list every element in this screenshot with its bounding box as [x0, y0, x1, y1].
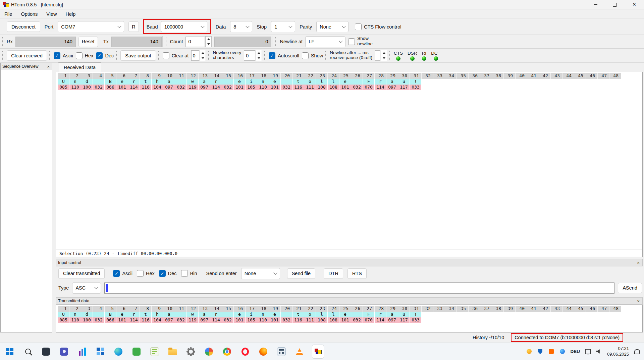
grid-ascii-cell[interactable] [93, 312, 105, 317]
grid-ascii-cell[interactable] [469, 79, 480, 85]
grid-dec-cell[interactable] [480, 317, 492, 323]
grid-ascii-cell[interactable]: F [363, 312, 375, 317]
grid-ascii-cell[interactable] [480, 312, 492, 317]
count-input[interactable]: 0 [185, 37, 205, 47]
tray-app-icon-3[interactable] [559, 349, 565, 355]
send-input-field[interactable] [104, 282, 614, 294]
grid-ascii-cell[interactable]: e [234, 79, 246, 85]
newline-after-input[interactable] [375, 50, 380, 61]
grid-ascii-cell[interactable]: n [257, 312, 269, 317]
grid-ascii-cell[interactable]: r [128, 79, 140, 85]
close-icon[interactable]: × [46, 64, 50, 69]
grid-ascii-cell[interactable]: r [375, 79, 386, 85]
grid-ascii-cell[interactable] [351, 312, 363, 317]
toolbar-grip[interactable] [2, 37, 4, 46]
grid-ascii-cell[interactable] [562, 79, 574, 85]
grid-ascii-cell[interactable] [551, 79, 562, 85]
grid-ascii-cell[interactable] [281, 79, 292, 85]
input-hex-checkbox[interactable] [137, 270, 144, 277]
grid-dec-cell[interactable]: 119 [187, 85, 199, 90]
grid-dec-cell[interactable]: 032 [93, 317, 105, 323]
grid-ascii-cell[interactable]: B [105, 79, 116, 85]
taskbar-notepad[interactable] [149, 345, 160, 358]
grid-dec-cell[interactable] [527, 85, 539, 90]
grid-ascii-cell[interactable] [457, 79, 469, 85]
grid-dec-cell[interactable] [551, 317, 562, 323]
grid-dec-cell[interactable] [445, 317, 457, 323]
grid-dec-cell[interactable]: 116 [292, 317, 304, 323]
toolbar-grip[interactable] [275, 37, 277, 46]
grid-ascii-cell[interactable] [492, 312, 504, 317]
grid-ascii-cell[interactable] [516, 312, 527, 317]
grid-dec-cell[interactable]: 070 [363, 85, 375, 90]
clear-at-spinner[interactable] [200, 50, 206, 61]
grid-ascii-cell[interactable]: w [187, 79, 199, 85]
grid-dec-cell[interactable]: 100 [81, 317, 93, 323]
grid-ascii-cell[interactable]: r [375, 312, 386, 317]
grid-ascii-cell[interactable]: r [210, 79, 222, 85]
grid-dec-cell[interactable]: 101 [339, 317, 351, 323]
grid-dec-cell[interactable]: 114 [375, 317, 386, 323]
grid-dec-cell[interactable]: 101 [234, 317, 246, 323]
toolbar-grip[interactable] [389, 51, 391, 60]
grid-dec-cell[interactable] [445, 85, 457, 90]
grid-dec-cell[interactable]: 033 [410, 85, 422, 90]
grid-ascii-cell[interactable]: a [163, 79, 175, 85]
grid-dec-cell[interactable]: 097 [386, 85, 398, 90]
grid-dec-cell[interactable]: 032 [93, 85, 105, 90]
grid-ascii-cell[interactable] [175, 312, 187, 317]
grid-ascii-cell[interactable] [222, 79, 234, 85]
grid-dec-cell[interactable]: 032 [175, 317, 187, 323]
grid-ascii-cell[interactable]: B [105, 312, 116, 317]
notification-bell-icon[interactable] [634, 349, 640, 355]
dec-checkbox[interactable] [96, 52, 103, 59]
display-tray-icon[interactable] [585, 349, 591, 355]
disconnect-button[interactable]: Disconnect [7, 21, 40, 32]
grid-dec-cell[interactable]: 032 [175, 85, 187, 90]
grid-ascii-cell[interactable] [93, 79, 105, 85]
grid-dec-cell[interactable] [433, 85, 445, 90]
hex-checkbox[interactable] [76, 52, 83, 59]
grid-dec-cell[interactable]: 114 [210, 317, 222, 323]
grid-ascii-cell[interactable]: t [140, 312, 152, 317]
grid-ascii-cell[interactable]: h [152, 312, 163, 317]
grid-dec-cell[interactable]: 101 [339, 85, 351, 90]
taskbar-app-1[interactable] [40, 345, 52, 358]
toolbar-grip[interactable] [208, 51, 210, 60]
taskbar-edge[interactable] [113, 345, 124, 358]
grid-dec-cell[interactable] [469, 317, 480, 323]
grid-dec-cell[interactable] [562, 317, 574, 323]
tray-app-icon-2[interactable] [548, 349, 554, 355]
grid-dec-cell[interactable]: 110 [69, 85, 81, 90]
grid-ascii-cell[interactable]: o [304, 79, 316, 85]
input-dec-checkbox[interactable] [159, 270, 166, 277]
grid-dec-cell[interactable]: 116 [292, 85, 304, 90]
volume-icon[interactable] [596, 349, 602, 355]
grid-ascii-cell[interactable]: a [199, 79, 210, 85]
grid-dec-cell[interactable]: 117 [398, 317, 410, 323]
taskbar-firefox[interactable] [258, 345, 269, 358]
grid-dec-cell[interactable] [551, 85, 562, 90]
grid-ascii-cell[interactable]: U [58, 79, 69, 85]
grid-ascii-cell[interactable] [445, 312, 457, 317]
grid-ascii-cell[interactable]: t [292, 79, 304, 85]
taskbar-app-4[interactable] [131, 345, 142, 358]
toolbar-grip[interactable] [2, 51, 4, 60]
newline-at-combobox[interactable]: LF [305, 36, 345, 47]
grid-dec-cell[interactable]: 117 [398, 85, 410, 90]
grid-dec-cell[interactable]: 097 [163, 317, 175, 323]
grid-dec-cell[interactable]: 101 [269, 317, 281, 323]
baud-combobox[interactable]: 1000000 [161, 21, 207, 32]
grid-dec-cell[interactable] [504, 85, 516, 90]
rts-button[interactable]: RTS [347, 268, 367, 279]
reset-button[interactable]: Reset [78, 37, 98, 47]
dtr-button[interactable]: DTR [324, 268, 343, 279]
grid-dec-cell[interactable]: 101 [116, 85, 128, 90]
grid-ascii-cell[interactable] [527, 312, 539, 317]
ascii-checkbox[interactable] [54, 52, 60, 59]
grid-ascii-cell[interactable]: n [69, 79, 81, 85]
taskbar-photos[interactable] [203, 345, 215, 358]
close-icon[interactable]: × [636, 299, 640, 303]
toolbar-grip[interactable] [264, 51, 266, 60]
grid-dec-cell[interactable] [609, 317, 621, 323]
